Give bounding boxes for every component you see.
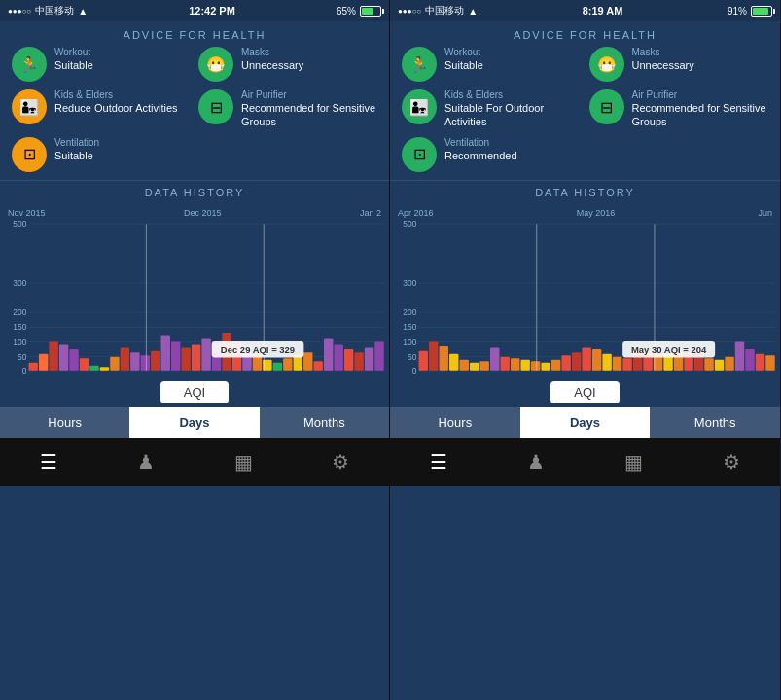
menu-nav-icon[interactable]: ☰: [419, 442, 458, 481]
purifier-label: Air Purifier: [241, 89, 377, 101]
svg-rect-76: [511, 358, 519, 371]
masks-label: Masks: [241, 47, 303, 58]
location-nav-icon[interactable]: ♟: [126, 442, 165, 481]
aqi-row: AQI: [0, 375, 389, 407]
aqi-row: AQI: [390, 375, 780, 407]
kids-icon: 👨‍👧: [402, 89, 437, 124]
workout-label: Workout: [54, 47, 93, 58]
svg-rect-73: [480, 361, 489, 371]
svg-rect-96: [715, 359, 724, 370]
masks-icon: 😷: [589, 47, 624, 82]
svg-rect-21: [100, 367, 109, 371]
signal-dots: ●●●○○: [8, 7, 31, 16]
tab-days[interactable]: Days: [520, 407, 651, 438]
svg-text:100: 100: [13, 336, 26, 346]
masks-icon: 😷: [198, 47, 233, 82]
svg-rect-28: [171, 341, 180, 370]
masks-value: Unnecessary: [632, 58, 694, 72]
svg-rect-100: [756, 353, 764, 370]
svg-rect-42: [314, 361, 323, 371]
svg-rect-26: [151, 350, 160, 370]
status-time: 8:19 AM: [583, 5, 623, 17]
bottom-nav: ☰♟▦⚙: [0, 438, 389, 486]
chart-nav-icon[interactable]: ▦: [615, 442, 654, 481]
svg-text:50: 50: [408, 351, 417, 361]
battery-indicator: [751, 6, 772, 17]
svg-rect-24: [130, 352, 139, 371]
purifier-text: Air PurifierRecommended for Sensitive Gr…: [241, 89, 377, 129]
data-history-title: DATA HISTORY: [390, 180, 780, 204]
chart-month-labels: Nov 2015Dec 2015Jan 2: [0, 204, 389, 220]
svg-text:300: 300: [403, 278, 416, 288]
tab-hours[interactable]: Hours: [390, 407, 520, 438]
svg-rect-18: [69, 349, 78, 371]
wifi-icon: ▲: [78, 6, 88, 17]
purifier-label: Air Purifier: [632, 89, 769, 101]
time-tabs: HoursDaysMonths: [390, 407, 780, 438]
status-right: 65%: [337, 6, 381, 17]
kids-value: Suitable For Outdoor Activities: [444, 101, 582, 129]
month-label-1: May 2016: [577, 208, 616, 218]
chart-svg: 050100150200300500Dec 29 AQI = 329: [0, 220, 389, 375]
svg-rect-14: [28, 362, 37, 370]
svg-rect-101: [765, 355, 774, 371]
aqi-button[interactable]: AQI: [160, 381, 229, 403]
health-item-ventilation: ⊡VentilationRecommended: [402, 137, 582, 172]
kids-icon: 👨‍👧: [12, 89, 47, 124]
status-bar: ●●●○○中国移动▲12:42 PM65%: [0, 0, 389, 21]
ventilation-value: Suitable: [54, 149, 99, 162]
svg-rect-80: [551, 359, 560, 370]
month-label-0: Apr 2016: [398, 208, 434, 218]
svg-rect-84: [592, 349, 601, 371]
masks-text: MasksUnnecessary: [241, 47, 303, 72]
workout-text: WorkoutSuitable: [54, 47, 93, 72]
svg-rect-39: [283, 358, 292, 371]
health-item-workout: 🏃WorkoutSuitable: [12, 47, 191, 82]
aqi-button[interactable]: AQI: [550, 381, 619, 403]
svg-rect-30: [192, 344, 200, 370]
svg-text:150: 150: [13, 322, 26, 332]
svg-rect-99: [745, 349, 754, 371]
svg-text:200: 200: [403, 307, 416, 317]
signal-dots: ●●●○○: [398, 7, 421, 16]
health-item-masks: 😷MasksUnnecessary: [198, 47, 377, 82]
tab-months[interactable]: Months: [650, 407, 780, 438]
ventilation-label: Ventilation: [444, 137, 517, 149]
svg-text:May 30 AQI = 204: May 30 AQI = 204: [631, 344, 707, 355]
tab-days[interactable]: Days: [129, 407, 259, 438]
tab-hours[interactable]: Hours: [0, 407, 129, 438]
settings-nav-icon[interactable]: ⚙: [321, 442, 360, 481]
svg-rect-70: [449, 353, 458, 370]
purifier-icon: ⊟: [589, 89, 624, 124]
svg-rect-44: [334, 344, 342, 370]
health-item-kids: 👨‍👧Kids & EldersReduce Outdoor Activitie…: [12, 89, 191, 129]
settings-nav-icon[interactable]: ⚙: [712, 442, 751, 481]
workout-value: Suitable: [54, 58, 93, 72]
svg-rect-75: [500, 356, 509, 370]
menu-nav-icon[interactable]: ☰: [29, 442, 68, 481]
location-nav-icon[interactable]: ♟: [516, 442, 555, 481]
workout-icon: 🏃: [402, 47, 437, 82]
svg-rect-38: [273, 362, 282, 370]
purifier-value: Recommended for Sensitive Groups: [241, 101, 377, 129]
ventilation-text: VentilationSuitable: [54, 137, 99, 162]
svg-rect-22: [110, 356, 119, 370]
month-label-1: Dec 2015: [184, 208, 222, 218]
month-label-2: Jan 2: [360, 208, 381, 218]
svg-rect-45: [344, 349, 353, 371]
svg-text:0: 0: [412, 367, 417, 375]
purifier-value: Recommended for Sensitive Groups: [632, 101, 769, 129]
ventilation-text: VentilationRecommended: [444, 137, 517, 162]
chart-month-labels: Apr 2016May 2016Jun: [390, 204, 780, 220]
kids-label: Kids & Elders: [444, 89, 582, 101]
workout-value: Suitable: [444, 58, 483, 72]
svg-text:150: 150: [403, 322, 416, 332]
svg-rect-86: [613, 356, 621, 370]
tab-months[interactable]: Months: [260, 407, 389, 438]
svg-rect-19: [80, 358, 89, 371]
month-label-0: Nov 2015: [8, 208, 46, 218]
chart-nav-icon[interactable]: ▦: [224, 442, 263, 481]
health-item-workout: 🏃WorkoutSuitable: [402, 47, 582, 82]
svg-rect-87: [622, 358, 631, 371]
time-tabs: HoursDaysMonths: [0, 407, 389, 438]
